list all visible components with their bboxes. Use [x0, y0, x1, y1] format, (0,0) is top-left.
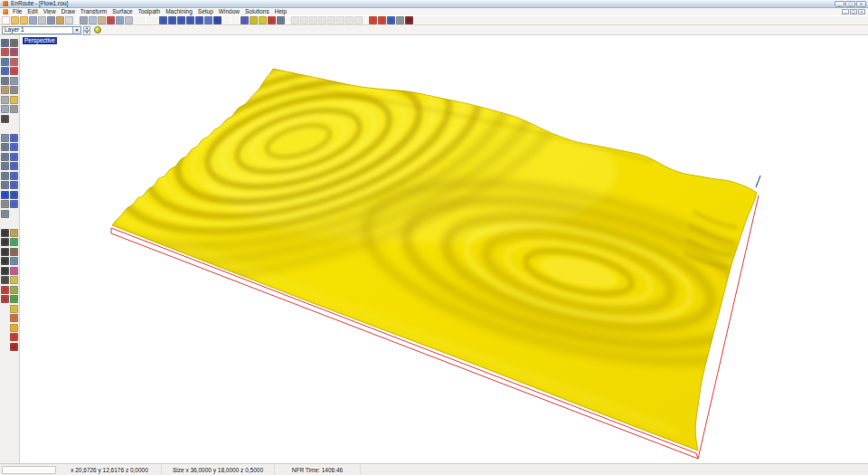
mdi-restore-button[interactable]: ▢	[850, 9, 857, 14]
merge-file-icon[interactable]	[20, 16, 28, 24]
ellipse-draw-icon[interactable]	[10, 162, 18, 170]
photo-icon[interactable]	[47, 16, 55, 24]
material-board-icon[interactable]	[56, 16, 64, 24]
vectorize-tool-icon[interactable]	[1, 134, 9, 142]
mdi-close-button[interactable]: x	[858, 9, 865, 14]
fill-tool-icon[interactable]	[1, 191, 9, 199]
view-front-icon[interactable]	[250, 16, 258, 24]
menu-surface[interactable]: Surface	[109, 8, 135, 15]
grayed-tool-1-icon[interactable]	[291, 16, 299, 24]
minimize-button[interactable]: _	[835, 1, 844, 7]
polyline-draw-icon[interactable]	[1, 181, 9, 189]
engrave-icon[interactable]	[405, 16, 413, 24]
viewport[interactable]: Perspective	[20, 35, 868, 463]
chevron-down-icon[interactable]: ▼	[72, 27, 80, 33]
menu-transform[interactable]: Transform	[78, 8, 109, 15]
rect-select-tool-icon[interactable]	[10, 39, 18, 47]
barcode-tool-icon[interactable]	[1, 115, 9, 123]
title-bar[interactable]: EnRoute - [Flow1.rou] _▢x	[0, 0, 868, 8]
arrow-node-icon[interactable]	[1, 238, 9, 246]
layer-color-icon[interactable]	[94, 26, 101, 33]
text-tool-icon[interactable]	[10, 191, 18, 199]
view-board-icon[interactable]	[277, 16, 285, 24]
triangle-draw-icon[interactable]	[10, 181, 18, 189]
leaf-relief-2-icon[interactable]	[10, 295, 18, 303]
rectangle-draw-icon[interactable]	[10, 143, 18, 151]
pan-hand-tool-icon[interactable]	[1, 86, 9, 94]
freehand-draw-icon[interactable]	[1, 143, 9, 151]
menu-view[interactable]: View	[41, 8, 59, 15]
arrow-red-2-icon[interactable]	[1, 295, 9, 303]
redo-icon[interactable]	[125, 16, 133, 24]
array-tool-icon[interactable]	[10, 67, 18, 75]
align-tool-icon[interactable]	[1, 67, 9, 75]
grayed-tool-4-icon[interactable]	[318, 16, 326, 24]
toolpath-grid-2-icon[interactable]	[378, 16, 386, 24]
figure-relief-icon[interactable]	[10, 314, 18, 322]
grayed-tool-7-icon[interactable]	[345, 16, 354, 24]
spiral-draw-icon[interactable]	[10, 134, 18, 142]
arrow-select-icon[interactable]	[1, 229, 9, 237]
pencil-icon[interactable]	[65, 16, 73, 24]
mesh-icon[interactable]	[396, 16, 404, 24]
zoom-select-icon[interactable]	[159, 16, 167, 24]
red-relief-2-icon[interactable]	[10, 343, 18, 351]
circle-select-tool-icon[interactable]	[10, 77, 18, 85]
sphere-tool-icon[interactable]	[1, 105, 9, 113]
circle-draw-icon[interactable]	[10, 153, 18, 161]
view-iso-icon[interactable]	[259, 16, 267, 24]
menu-edit[interactable]: Edit	[24, 8, 40, 15]
menu-file[interactable]: File	[10, 8, 24, 15]
grayed-tool-2-icon[interactable]	[300, 16, 308, 24]
grayed-tool-8-icon[interactable]	[354, 16, 363, 24]
menu-draw[interactable]: Draw	[59, 8, 78, 15]
bitmap-relief-icon[interactable]	[10, 257, 18, 265]
star-tool-icon[interactable]	[10, 96, 18, 104]
open-file-icon[interactable]	[11, 16, 19, 24]
rotate-tool-icon[interactable]	[10, 48, 18, 56]
prism-relief-icon[interactable]	[10, 276, 18, 284]
grayed-tool-3-icon[interactable]	[309, 16, 317, 24]
edit-points-tool-icon[interactable]	[10, 86, 18, 94]
menu-machining[interactable]: Machining	[163, 8, 195, 15]
layer-select[interactable]: Layer 1 ▼	[2, 26, 81, 34]
delete-icon[interactable]	[107, 16, 115, 24]
spinner-down-icon[interactable]: ▼	[83, 31, 90, 35]
scale-tool-icon[interactable]	[1, 58, 9, 66]
menu-toolpath[interactable]: Toolpath	[136, 8, 164, 15]
red-relief-icon[interactable]	[10, 333, 18, 341]
grid-relief-icon[interactable]	[10, 248, 18, 256]
leaf-relief-icon[interactable]	[10, 238, 18, 246]
print-icon[interactable]	[38, 16, 46, 24]
zoom-object-icon[interactable]	[195, 16, 203, 24]
relief-preview-icon[interactable]	[387, 16, 395, 24]
pan-icon[interactable]	[213, 16, 222, 24]
layer-spinner[interactable]: ▲ ▼	[83, 26, 90, 34]
arrow-box-icon[interactable]	[1, 267, 9, 275]
mirror-tool-icon[interactable]	[10, 58, 18, 66]
arrow-contour-icon[interactable]	[1, 257, 9, 265]
menu-window[interactable]: Window	[216, 8, 242, 15]
menu-solutions[interactable]: Solutions	[242, 8, 272, 15]
menu-setup[interactable]: Setup	[195, 8, 216, 15]
select-tool-icon[interactable]	[1, 39, 9, 47]
delete-node-tool-icon[interactable]	[10, 105, 18, 113]
view-delete-icon[interactable]	[268, 16, 276, 24]
zoom-cursor-icon[interactable]	[1, 276, 9, 284]
line-draw-icon[interactable]	[1, 172, 9, 180]
arc-draw-icon[interactable]	[1, 153, 9, 161]
cut-icon[interactable]	[80, 16, 88, 24]
flag-relief-icon[interactable]	[10, 267, 18, 275]
arc3pt-draw-icon[interactable]	[1, 162, 9, 170]
weld-tool-icon[interactable]	[1, 96, 9, 104]
eyedropper-tool-icon[interactable]	[1, 200, 9, 208]
ball-relief-icon[interactable]	[10, 305, 18, 313]
arrow-segment-icon[interactable]	[1, 248, 9, 256]
paste-icon[interactable]	[98, 16, 106, 24]
close-button[interactable]: x	[856, 1, 866, 7]
menu-help[interactable]: Help	[272, 8, 289, 15]
ring-draw-icon[interactable]	[1, 210, 9, 218]
new-file-icon[interactable]	[2, 16, 10, 24]
grayed-tool-5-icon[interactable]	[327, 16, 335, 24]
star-draw-icon[interactable]	[10, 200, 18, 208]
